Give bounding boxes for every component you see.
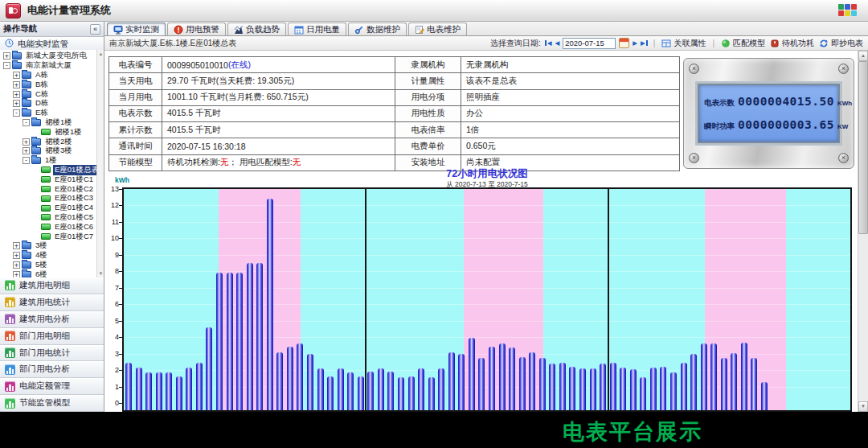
query-date-input[interactable] xyxy=(563,38,616,49)
tree-item-3楼[interactable]: +3楼 xyxy=(0,241,97,251)
tree-item-E座01楼C3[interactable]: E座01楼C3 xyxy=(0,194,97,203)
info-value: 0.650元 xyxy=(461,138,680,154)
tree-expander-icon[interactable]: + xyxy=(13,100,20,107)
chart-bar xyxy=(710,343,717,410)
button-label: 关联属性 xyxy=(674,38,706,49)
tree-item-裙楼1楼[interactable]: 裙楼1楼 xyxy=(0,127,97,137)
chart-bar xyxy=(408,376,415,410)
main-content: 电表编号0009905010010 (在线)隶属机构无隶属机构当天用电29.70… xyxy=(104,51,868,412)
tab-负载趋势[interactable]: 负载趋势 xyxy=(227,23,286,35)
tree-item-4楼[interactable]: +4楼 xyxy=(0,251,97,261)
sidebar-collapse-button[interactable]: « xyxy=(90,24,100,35)
chart-bar xyxy=(367,372,374,410)
sidebar-item-电能定额管理[interactable]: 电能定额管理 xyxy=(0,378,104,395)
tree-scrollbar[interactable]: ▲ ▼ xyxy=(96,50,104,277)
info-value: 29.70 千瓦时(当天耗费: 19.305元) xyxy=(162,73,395,89)
chart-bar xyxy=(327,376,334,410)
chart-bar xyxy=(317,368,324,410)
tree-item-5楼[interactable]: +5楼 xyxy=(0,261,97,270)
tree-item-E座01楼总表[interactable]: E座01楼总表 xyxy=(0,166,97,175)
tab-数据维护[interactable]: 数据维护 xyxy=(348,23,407,35)
tree-item-E座01楼C5[interactable]: E座01楼C5 xyxy=(0,213,97,223)
tree-expander-icon[interactable]: + xyxy=(13,81,20,88)
sidebar-item-建筑用电明细[interactable]: 建筑用电明细 xyxy=(0,277,104,294)
chart-bar xyxy=(227,273,233,410)
tree-item-E栋[interactable]: -E栋 xyxy=(0,109,97,118)
tree-expander-icon[interactable]: + xyxy=(3,52,10,60)
link-icon xyxy=(661,39,671,48)
button-即抄电表[interactable]: 即抄电表 xyxy=(819,38,863,49)
button-待机功耗[interactable]: 待机功耗 xyxy=(770,38,814,49)
tree-item-裙楼3楼[interactable]: +裙楼3楼 xyxy=(0,146,97,156)
tree-item-E座01楼C2[interactable]: E座01楼C2 xyxy=(0,184,97,194)
sidebar-item-部门用电明细[interactable]: 部门用电明细 xyxy=(0,328,104,345)
folder-icon xyxy=(12,62,22,69)
tree-expander-icon[interactable]: + xyxy=(23,138,30,146)
tree-item-裙楼2楼[interactable]: +裙楼2楼 xyxy=(0,137,97,146)
sidebar-item-节能监管模型[interactable]: 节能监管模型 xyxy=(0,395,104,412)
tree-item-南京新城大厦[interactable]: -南京新城大厦 xyxy=(0,61,97,71)
lcd-reading-value: 0000004015.50 xyxy=(738,95,834,108)
tree-item-C栋[interactable]: +C栋 xyxy=(0,89,97,99)
chart-bar xyxy=(347,372,354,410)
button-关联属性[interactable]: 关联属性 xyxy=(661,38,706,49)
tree-item-E座01楼C4[interactable]: E座01楼C4 xyxy=(0,203,97,213)
calendar-picker-icon[interactable] xyxy=(619,38,629,48)
tree-item-裙楼1楼[interactable]: -裙楼1楼 xyxy=(0,118,97,128)
tree-expander-icon[interactable]: + xyxy=(23,147,30,154)
first-date-button[interactable]: ◀ xyxy=(544,39,552,47)
tree-expander-icon[interactable]: - xyxy=(23,157,30,164)
tree-scroll-down-icon[interactable]: ▼ xyxy=(98,270,104,277)
tree-expander-icon[interactable]: + xyxy=(13,72,20,79)
scroll-up-icon[interactable]: ▲ xyxy=(858,51,868,61)
chart-y-tick-label: 9 xyxy=(104,251,119,259)
calendar-icon xyxy=(294,25,304,35)
lcd-power-label: 瞬时功率 xyxy=(704,121,735,132)
tree-item-E座01楼C7[interactable]: E座01楼C7 xyxy=(0,232,97,241)
prev-date-button[interactable]: ◀ xyxy=(555,39,559,47)
sidebar-item-部门用电分析[interactable]: 部门用电分析 xyxy=(0,361,104,378)
info-value: 1001.10 千瓦时(当月耗费: 650.715元) xyxy=(162,90,395,106)
chart-bar xyxy=(166,372,172,410)
last-date-button[interactable]: ▶ xyxy=(641,39,649,47)
sidebar-item-建筑用电统计[interactable]: 建筑用电统计 xyxy=(0,294,104,311)
tab-用电预警[interactable]: 用电预警 xyxy=(167,23,226,35)
tree-expander-icon[interactable]: + xyxy=(13,91,20,98)
tree-item-新城大厦变电所电[interactable]: +新城大厦变电所电 xyxy=(0,51,97,61)
sidebar-panel-realtime-label: 电能实时监管 xyxy=(18,39,68,50)
next-date-button[interactable]: ▶ xyxy=(633,39,637,47)
content-scrollbar[interactable]: ▲ ▼ xyxy=(858,51,868,412)
tree-expander-icon[interactable]: + xyxy=(13,271,20,277)
apps-grid-icon[interactable] xyxy=(838,4,857,16)
tree-item-1楼[interactable]: -1楼 xyxy=(0,156,97,166)
tree-expander-icon[interactable]: + xyxy=(13,252,20,259)
lcd-screen: 电表示数 0000004015.50 KWh 瞬时功率 0000000003.6… xyxy=(698,84,840,143)
tree-expander-icon[interactable]: + xyxy=(13,261,20,269)
tree-expander-icon[interactable]: - xyxy=(13,109,20,117)
tree-item-E座01楼C1[interactable]: E座01楼C1 xyxy=(0,175,97,184)
tree-expander-icon[interactable]: - xyxy=(23,119,30,126)
tree-scroll-up-icon[interactable]: ▲ xyxy=(98,51,104,57)
query-bar: 选择查询日期: ◀ ◀ ▶ ▶ |关联属性|匹配模型待机功耗即抄电表 xyxy=(490,38,863,49)
footer-band: 电表平台展示 xyxy=(0,412,868,448)
tab-实时监测[interactable]: 实时监测 xyxy=(107,23,166,35)
tree-item-D栋[interactable]: +D栋 xyxy=(0,99,97,109)
folder-icon xyxy=(31,147,41,154)
info-label: 计量属性 xyxy=(395,73,461,89)
scrollbar-thumb[interactable] xyxy=(858,61,868,234)
tree-expander-icon[interactable]: - xyxy=(3,62,10,69)
tab-日用电量[interactable]: 日用电量 xyxy=(288,23,346,35)
chart-bar xyxy=(156,372,162,410)
tree-item-6楼[interactable]: +6楼 xyxy=(0,269,97,277)
tree-expander-icon[interactable]: + xyxy=(13,242,20,249)
folder-icon xyxy=(22,91,31,98)
button-匹配模型[interactable]: 匹配模型 xyxy=(721,38,765,49)
tree-item-E座01楼C6[interactable]: E座01楼C6 xyxy=(0,222,97,232)
tree-item-A栋[interactable]: +A栋 xyxy=(0,71,97,80)
sidebar-item-建筑用电分析[interactable]: 建筑用电分析 xyxy=(0,311,104,328)
tab-电表维护[interactable]: 电表维护 xyxy=(408,23,467,35)
tree-item-B栋[interactable]: +B栋 xyxy=(0,80,97,89)
scroll-down-icon[interactable]: ▼ xyxy=(858,401,868,412)
sidebar-item-部门用电统计[interactable]: 部门用电统计 xyxy=(0,345,104,362)
sidebar-item-label: 部门用电统计 xyxy=(19,347,70,359)
